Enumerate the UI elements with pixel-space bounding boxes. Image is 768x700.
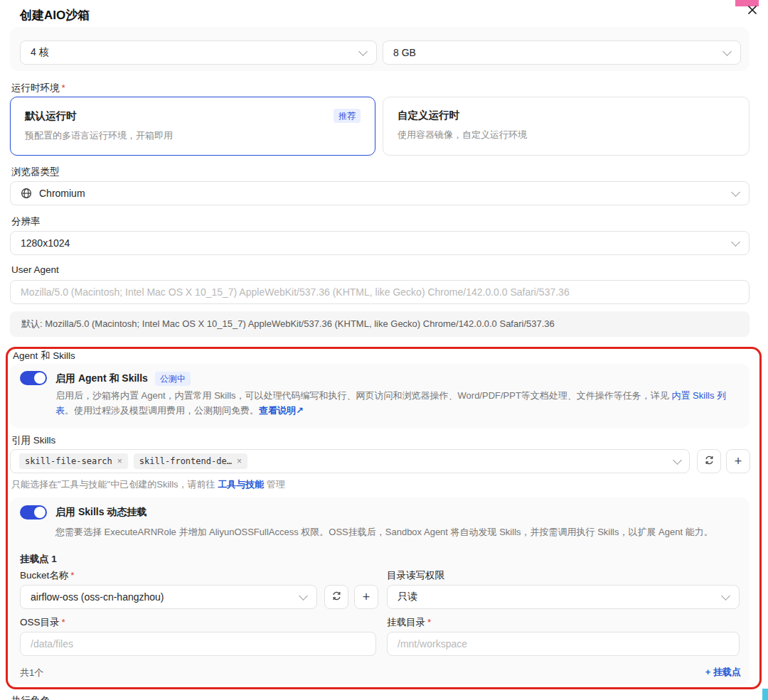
oss-dir-field-wrap	[20, 632, 376, 656]
browser-type-label: 浏览器类型	[11, 166, 60, 178]
runtime-card-default-title: 默认运行时	[25, 109, 77, 123]
runtime-card-default[interactable]: 默认运行时 推荐 预配置的多语言运行环境，开箱即用	[10, 97, 375, 156]
refresh-buckets-button[interactable]	[324, 585, 348, 609]
chevron-down-icon	[299, 591, 308, 601]
mount-dir-field-wrap	[387, 632, 740, 656]
memory-select-value: 8 GB	[393, 47, 416, 58]
oss-dir-label: OSS目录*	[20, 616, 65, 629]
enable-agent-skills-label: 启用 Agent 和 Skills	[55, 372, 148, 385]
dynamic-mount-desc: 您需要选择 ExecuteARNRole 并增加 AliyunOSSFullAc…	[55, 524, 740, 539]
plus-icon: +	[363, 590, 370, 605]
required-asterisk: *	[427, 617, 431, 628]
ref-skills-label: 引用 Skills	[11, 434, 55, 447]
mount-point-title: 挂载点 1	[20, 553, 57, 566]
tag-remove-icon[interactable]: ×	[237, 456, 242, 466]
view-docs-link[interactable]: 查看说明	[259, 405, 296, 416]
mount-count: 共1个	[20, 667, 43, 679]
runtime-env-label: 运行时环境*	[11, 82, 65, 95]
add-skill-button[interactable]: +	[726, 449, 750, 473]
required-asterisk: *	[62, 617, 65, 628]
refresh-icon	[704, 455, 715, 468]
bucket-select-value: airflow-oss (oss-cn-hangzhou)	[31, 591, 164, 603]
chevron-down-icon	[722, 47, 732, 56]
add-bucket-button[interactable]: +	[354, 585, 378, 609]
enable-agent-skills-desc: 启用后，沙箱将内置 Agent，内置常用 Skills，可以处理代码编写和执行、…	[55, 388, 740, 418]
enable-dynamic-mount-toggle[interactable]	[20, 505, 47, 519]
external-link-icon: ↗	[296, 405, 304, 416]
ref-skills-multiselect[interactable]: skill-file-search × skill-frontend-de… ×	[10, 449, 690, 473]
user-agent-default-note: 默认: Mozilla/5.0 (Macintosh; Intel Mac OS…	[10, 311, 750, 337]
public-beta-badge: 公测中	[155, 372, 191, 386]
skill-tag: skill-frontend-de… ×	[134, 453, 247, 469]
create-aio-sandbox-dialog: 创建AIO沙箱 4 核 8 GB 运行时环境* 默认运行时 推荐 预配置的多语言…	[0, 0, 768, 700]
enable-dynamic-mount-label: 启用 Skills 动态挂载	[55, 506, 146, 519]
chevron-down-icon	[721, 591, 730, 601]
ref-skills-helper: 只能选择在"工具与技能"中已创建的Skills，请前往 工具与技能 管理	[11, 478, 285, 491]
tools-skills-link[interactable]: 工具与技能	[218, 479, 264, 490]
execution-role-label-partial: 执行角色	[11, 694, 50, 700]
required-asterisk: *	[62, 82, 65, 93]
memory-select[interactable]: 8 GB	[383, 41, 741, 65]
globe-icon	[21, 188, 32, 199]
mount-dir-input[interactable]	[398, 638, 729, 650]
agent-skills-section-label: Agent 和 Skills	[13, 350, 75, 362]
dir-permission-select[interactable]: 只读	[387, 585, 740, 609]
enable-agent-skills-toggle[interactable]	[20, 371, 47, 385]
tag-remove-icon[interactable]: ×	[117, 456, 122, 466]
recommended-badge: 推荐	[334, 109, 361, 123]
browser-type-value: Chromium	[39, 188, 85, 199]
plus-icon: +	[735, 454, 742, 469]
refresh-icon	[331, 591, 342, 604]
runtime-card-custom[interactable]: 自定义运行时 使用容器镜像，自定义运行环境	[383, 97, 750, 156]
page-title: 创建AIO沙箱	[20, 7, 90, 23]
user-agent-input[interactable]	[21, 286, 739, 298]
skill-tag: skill-file-search ×	[19, 453, 128, 469]
required-asterisk: *	[70, 570, 74, 581]
dir-permission-value: 只读	[398, 591, 417, 603]
chevron-down-icon	[358, 47, 368, 56]
refresh-skills-button[interactable]	[697, 449, 721, 473]
mount-dir-label: 挂载目录*	[387, 616, 431, 629]
resolution-value: 1280x1024	[21, 237, 70, 249]
user-agent-label: User Agent	[11, 264, 59, 275]
cpu-select-value: 4 核	[31, 46, 49, 59]
browser-type-select[interactable]: Chromium	[10, 181, 750, 205]
oss-dir-input[interactable]	[31, 638, 366, 650]
runtime-card-custom-desc: 使用容器镜像，自定义运行环境	[398, 129, 735, 141]
user-agent-field-wrap	[10, 280, 750, 304]
close-icon	[747, 5, 757, 18]
corner-cyan-artifact	[762, 689, 768, 700]
chevron-down-icon	[731, 188, 740, 197]
chevron-down-icon	[673, 456, 682, 465]
runtime-card-default-desc: 预配置的多语言运行环境，开箱即用	[25, 129, 361, 142]
close-button[interactable]	[745, 4, 760, 19]
resolution-label: 分辨率	[11, 215, 41, 228]
chevron-down-icon	[731, 237, 740, 247]
bucket-select[interactable]: airflow-oss (oss-cn-hangzhou)	[20, 585, 317, 609]
dir-permission-label: 目录读写权限	[387, 569, 444, 582]
cpu-select[interactable]: 4 核	[20, 41, 377, 65]
add-mount-point-link[interactable]: + 挂载点	[705, 666, 741, 679]
bucket-name-label: Bucket名称*	[20, 569, 75, 582]
runtime-card-custom-title: 自定义运行时	[398, 109, 735, 122]
resolution-select[interactable]: 1280x1024	[10, 231, 750, 255]
